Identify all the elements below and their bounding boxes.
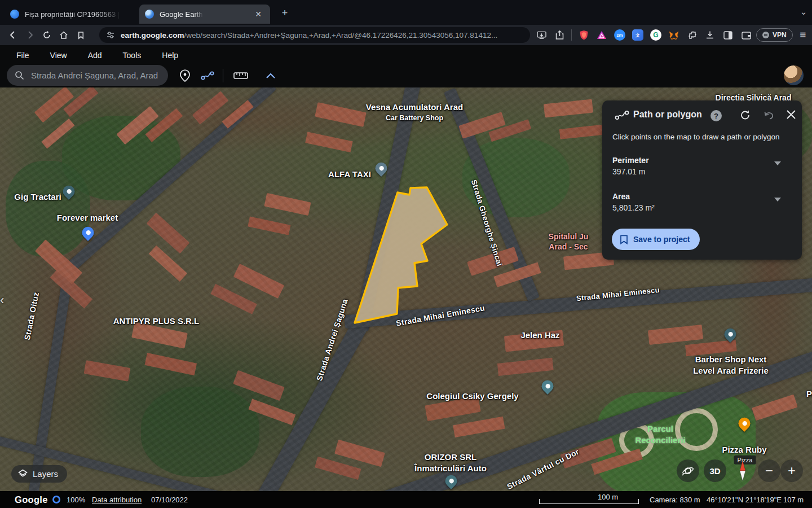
save-to-project-button[interactable]: Save to project xyxy=(612,229,700,250)
share-icon[interactable] xyxy=(551,27,567,43)
menu-help[interactable]: Help xyxy=(161,49,179,62)
downloads-icon[interactable] xyxy=(702,27,718,43)
redo-icon[interactable] xyxy=(740,110,751,121)
perimeter-unit-dropdown[interactable] xyxy=(774,161,781,165)
google-logo: Google xyxy=(15,494,48,505)
road-saguna-south xyxy=(245,318,369,491)
metamask-extension-icon[interactable] xyxy=(666,27,682,43)
area-unit-dropdown[interactable] xyxy=(774,198,781,202)
url-path: /web/search/Strada+Andrei+Șaguna,+Arad,+… xyxy=(184,31,498,40)
earth-search-input[interactable]: Strada Andrei Șaguna, Arad, Arad xyxy=(7,65,168,86)
panel-title: Path or polygon xyxy=(633,110,702,120)
imagery-date: 07/10/2022 xyxy=(151,496,188,504)
url-host: earth.google.com xyxy=(121,31,184,40)
google-earth-header: File View Add Tools Help Strada Andrei Ș… xyxy=(0,45,812,87)
tab-title: Google Earth xyxy=(160,10,203,19)
vesna-acumulatori-label[interactable]: Vesna Acumulatori Arad xyxy=(366,102,463,113)
tab-crm[interactable]: Fișa proprietății CP1960563 | CRM xyxy=(5,5,138,24)
car-battery-shop-label[interactable]: Car Battery Shop xyxy=(386,113,443,122)
reload-icon[interactable] xyxy=(38,27,55,43)
tab-google-earth[interactable]: Google Earth ✕ xyxy=(139,5,270,24)
imagery-zoom-percent: 100% xyxy=(67,496,85,504)
home-icon[interactable] xyxy=(55,27,72,43)
barber-shop-pin[interactable] xyxy=(722,326,739,343)
path-polygon-panel: Path or polygon ? Click points on the ma… xyxy=(602,100,802,260)
coverage-ring-icon[interactable] xyxy=(52,496,60,503)
search-icon xyxy=(15,71,24,80)
terrain-elevation: 107 m xyxy=(783,496,804,504)
extensions-puzzle-icon[interactable] xyxy=(684,27,700,43)
brave-rewards-icon[interactable] xyxy=(594,27,610,43)
menu-add[interactable]: Add xyxy=(87,49,103,62)
back-icon[interactable] xyxy=(5,27,21,43)
close-tab-icon[interactable]: ✕ xyxy=(252,8,264,20)
forward-icon[interactable] xyxy=(21,27,38,43)
google-earth-favicon xyxy=(145,10,154,19)
road-saguna-north xyxy=(354,87,422,332)
account-avatar[interactable] xyxy=(784,65,804,85)
path-polygon-tool-icon[interactable] xyxy=(198,66,217,85)
poi-truncated-right-edge-label[interactable]: Pi xyxy=(806,388,812,400)
help-icon[interactable]: ? xyxy=(710,110,722,121)
sidebar-icon[interactable] xyxy=(720,27,736,43)
earth-status-bar: Google 100% Data attribution 07/10/2022 … xyxy=(0,491,812,508)
browser-tab-strip: Fișa proprietății CP1960563 | CRM Google… xyxy=(0,0,812,25)
orbit-button[interactable] xyxy=(677,459,699,482)
vpn-button[interactable]: VPN xyxy=(756,28,793,42)
menu-view[interactable]: View xyxy=(49,49,68,62)
map-scale-label: 100 m xyxy=(598,493,618,501)
data-attribution-link[interactable]: Data attribution xyxy=(92,496,142,504)
colegiul-csiky-gergely-label[interactable]: Colegiul Csiky Gergely xyxy=(426,391,518,402)
zoom-extension-icon[interactable]: zm xyxy=(612,27,628,43)
alfa-taxi-label[interactable]: ALFA TAXI xyxy=(328,169,371,180)
new-tab-button[interactable]: + xyxy=(279,7,291,19)
ruler-icon[interactable] xyxy=(231,66,250,85)
install-app-icon[interactable] xyxy=(533,27,549,43)
3d-button[interactable]: 3D xyxy=(704,459,726,482)
translate-extension-icon[interactable]: 文 xyxy=(630,27,646,43)
antipyr-plus-label[interactable]: ANTIPYR PLUS S.R.L xyxy=(113,316,200,327)
jelen-haz-label[interactable]: Jelen Haz xyxy=(520,330,559,341)
bookmark-icon[interactable] xyxy=(72,27,89,43)
wallet-icon[interactable] xyxy=(738,27,754,43)
placemark-pin-icon[interactable] xyxy=(175,66,195,85)
grammarly-extension-icon[interactable]: G xyxy=(648,27,664,43)
orizor-srl-label[interactable]: ORIZOR SRLÎnmatriculări Auto xyxy=(414,452,487,474)
site-settings-icon[interactable] xyxy=(106,30,115,40)
layers-label: Layers xyxy=(33,469,58,479)
zoom-out-button[interactable]: − xyxy=(758,459,780,482)
toolbar-divider xyxy=(223,69,223,82)
compass[interactable] xyxy=(733,458,752,483)
bookmark-add-icon xyxy=(620,235,628,244)
url-bar[interactable]: earth.google.com/web/search/Strada+Andre… xyxy=(99,27,530,43)
vpn-label: VPN xyxy=(773,31,787,39)
perimeter-value: 397.01 m xyxy=(612,167,645,176)
barber-shop-next-level-label[interactable]: Barber Shop NextLevel Arad Frizerie xyxy=(693,354,769,376)
colegiul-csiky-pin[interactable] xyxy=(539,378,556,395)
zoom-in-button[interactable]: + xyxy=(780,459,803,482)
gig-tractari-label[interactable]: Gig Tractari xyxy=(14,191,61,203)
search-value: Strada Andrei Șaguna, Arad, Arad xyxy=(31,71,158,80)
tab-search-icon[interactable]: ⌄ xyxy=(797,5,810,19)
forever-market-label[interactable]: Forever market xyxy=(57,212,118,224)
menu-tools[interactable]: Tools xyxy=(122,49,143,62)
browser-menu-icon[interactable]: ≡ xyxy=(795,27,811,43)
pizza-ruby-label[interactable]: Pizza Ruby xyxy=(722,444,766,456)
brave-shield-icon[interactable] xyxy=(576,27,592,43)
crm-favicon xyxy=(10,10,19,19)
layers-button[interactable]: Layers xyxy=(11,465,67,483)
spitalul-judetean-label[interactable]: Spitalul JuArad - Sec xyxy=(549,231,589,252)
tab-title: Fișa proprietății CP1960563 | CRM xyxy=(25,10,121,19)
chevron-left-icon[interactable]: ‹ xyxy=(0,293,4,308)
map-scale-bar xyxy=(539,499,639,504)
collapse-toolbar-chevron-icon[interactable] xyxy=(261,66,280,85)
strada-oituz-label: Strada Oituz xyxy=(22,291,41,341)
save-to-project-label: Save to project xyxy=(633,235,690,244)
menu-file[interactable]: File xyxy=(15,49,30,62)
parcul-reconcilierii-label[interactable]: ParculReconcilierii xyxy=(635,423,685,445)
layers-icon xyxy=(18,469,28,479)
undo-icon[interactable] xyxy=(764,110,775,121)
vpn-status-icon xyxy=(762,32,769,38)
close-icon[interactable] xyxy=(786,110,796,120)
browser-toolbar: earth.google.com/web/search/Strada+Andre… xyxy=(0,25,812,45)
